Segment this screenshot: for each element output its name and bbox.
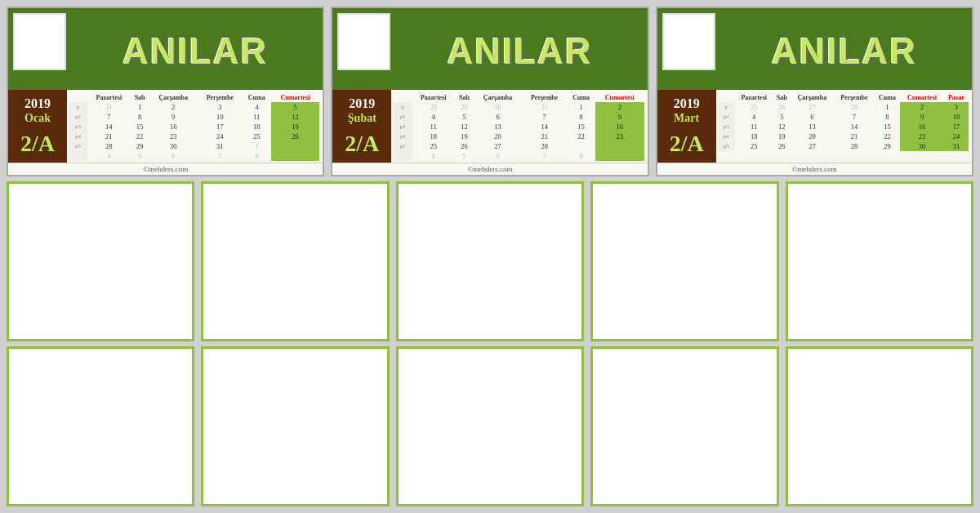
footer-mart: ©mebders.com xyxy=(657,163,972,175)
calendar-grid-mart: Pazartesi Salı Çarşamba Perşembe Cuma Cu… xyxy=(716,90,972,163)
photo-box-ocak xyxy=(13,13,66,70)
table-row: p 25262728 1 2 3 xyxy=(718,102,969,112)
col-header: Cuma xyxy=(875,93,900,102)
col-header: Pazartesi xyxy=(412,93,455,102)
card-body-subat: 2019 Şubat 2/A Pazartesi Salı Çarşamba xyxy=(332,90,647,163)
calendar-grid-ocak: Pazartesi Salı Çarşamba Perşembe Cuma Cu… xyxy=(67,90,323,163)
table-row: 45678 xyxy=(393,151,644,161)
class-mart: 2/A xyxy=(670,131,704,157)
calendar-card-mart: ANILAR 2019 Mart 2/A P xyxy=(656,7,973,176)
table-row: p5 25262728 xyxy=(393,141,644,151)
col-header: Cumartesi xyxy=(595,93,644,102)
year-ocak: 2019 xyxy=(24,96,51,111)
table-row: p5 2526272829 30 31 xyxy=(718,141,969,151)
photo-box-mart xyxy=(662,13,715,70)
col-header: Salı xyxy=(455,93,474,102)
anilar-title-ocak: ANILAR xyxy=(122,33,268,69)
photo-frame-4-2 xyxy=(590,346,778,506)
table-row: p4 2122232425 26 xyxy=(69,132,319,141)
table-row: p3 1112131415 16 17 xyxy=(718,122,969,132)
table-row: p3 1415161718 19 xyxy=(69,122,319,132)
month-subat: Şubat xyxy=(348,112,376,125)
col-header: Cuma xyxy=(243,93,271,102)
photo-frame-2-1 xyxy=(201,181,389,341)
card-header-mart: ANILAR xyxy=(657,8,972,90)
photo-frame-3-1 xyxy=(396,181,584,341)
photo-frame-1-1 xyxy=(7,181,194,341)
col-header: Perşembe xyxy=(198,93,243,102)
photo-frame-3-2 xyxy=(396,346,584,506)
col-header: Perşembe xyxy=(522,93,567,102)
col-header: Cumartesi xyxy=(271,93,320,102)
card-header-ocak: ANILAR xyxy=(8,8,323,90)
title-area-mart: ANILAR xyxy=(722,13,967,90)
card-body-mart: 2019 Mart 2/A Pazartesi Salı Çarşamba xyxy=(657,90,972,163)
card-header-subat: ANILAR xyxy=(332,8,647,90)
photo-box-subat xyxy=(337,13,390,70)
col-header: Salı xyxy=(131,93,149,102)
bottom-photo-section xyxy=(7,181,973,506)
class-subat: 2/A xyxy=(345,131,379,157)
table-row: p5 282930311 xyxy=(69,141,319,151)
photo-panel-1 xyxy=(7,181,194,506)
col-header: Cuma xyxy=(567,93,595,102)
footer-ocak: ©mebders.com xyxy=(8,163,323,175)
col-header: Çarşamba xyxy=(149,93,198,102)
calendar-card-subat: ANILAR 2019 Şubat 2/A xyxy=(331,7,648,176)
col-header: Çarşamba xyxy=(791,93,834,102)
col-header: Cumartesi xyxy=(900,93,944,102)
photo-frame-5-2 xyxy=(786,346,973,506)
left-info-mart: 2019 Mart 2/A xyxy=(657,90,716,163)
card-body-ocak: 2019 Ocak 2/A Pazartesi Salı Çarşamba xyxy=(8,90,323,163)
photo-panel-2 xyxy=(201,181,389,506)
table-row: p 28293031 1 2 xyxy=(393,102,644,112)
photo-frame-5-1 xyxy=(786,181,973,341)
left-info-ocak: 2019 Ocak 2/A xyxy=(8,90,67,163)
col-header: Salı xyxy=(773,93,791,102)
col-header: Pazar xyxy=(944,93,969,102)
table-row: p3 1112131415 16 xyxy=(393,122,644,132)
photo-panel-5 xyxy=(786,181,973,506)
anilar-title-mart: ANILAR xyxy=(772,33,917,69)
left-info-subat: 2019 Şubat 2/A xyxy=(332,90,391,163)
table-row: p4 1819202122 23 24 xyxy=(718,132,969,141)
title-area-ocak: ANILAR xyxy=(73,13,318,90)
calendar-row: ANILAR 2019 Ocak 2/A P xyxy=(7,7,973,176)
year-subat: 2019 xyxy=(348,96,376,111)
calendar-card-ocak: ANILAR 2019 Ocak 2/A P xyxy=(7,7,324,176)
footer-subat: ©mebders.com xyxy=(332,163,647,175)
photo-frame-1-2 xyxy=(7,346,194,506)
table-row: p 31 1234 5 xyxy=(69,102,319,112)
table-row: p2 7891011 12 xyxy=(69,112,319,122)
class-ocak: 2/A xyxy=(20,131,55,157)
table-row: 45678 xyxy=(69,151,319,161)
month-mart: Mart xyxy=(674,112,700,125)
photo-frame-2-2 xyxy=(201,346,389,506)
month-ocak: Ocak xyxy=(24,112,51,125)
photo-frame-4-1 xyxy=(590,181,778,341)
col-header: Pazartesi xyxy=(735,93,773,102)
year-mart: 2019 xyxy=(674,96,700,111)
title-area-subat: ANILAR xyxy=(397,13,642,90)
table-row: p2 45678 9 xyxy=(393,112,644,122)
anilar-title-subat: ANILAR xyxy=(447,33,592,69)
photo-panel-3 xyxy=(396,181,584,506)
photo-panel-4 xyxy=(590,181,778,506)
table-row: p4 1819202122 23 xyxy=(393,132,644,141)
col-header: Pazartesi xyxy=(87,93,130,102)
table-row: p2 45678 9 10 xyxy=(718,112,969,122)
col-header: Perşembe xyxy=(834,93,875,102)
col-header: Çarşamba xyxy=(474,93,522,102)
calendar-grid-subat: Pazartesi Salı Çarşamba Perşembe Cuma Cu… xyxy=(391,90,647,163)
